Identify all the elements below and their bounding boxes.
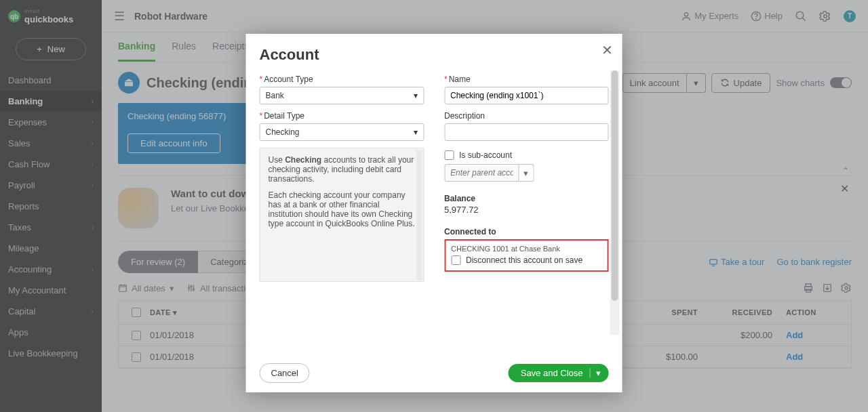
disconnect-checkbox[interactable] xyxy=(451,255,460,265)
account-type-label: Account Type xyxy=(260,75,425,84)
disconnect-label: Disconnect this account on save xyxy=(466,255,583,265)
parent-account-dropdown[interactable]: ▾ xyxy=(519,164,534,182)
connected-account: CHECKING 1001 at Chase Bank xyxy=(451,245,602,253)
account-type-value: Bank xyxy=(266,91,284,100)
chevron-down-icon[interactable]: ▾ xyxy=(590,368,601,378)
connected-to-box: CHECKING 1001 at Chase Bank Disconnect t… xyxy=(444,239,609,272)
connected-to-label: Connected to xyxy=(444,227,609,236)
save-label: Save and Close xyxy=(521,368,583,378)
close-icon[interactable]: ✕ xyxy=(601,42,613,58)
modal-scrollbar[interactable] xyxy=(610,70,620,335)
detail-type-help: Use Checking accounts to track all your … xyxy=(260,148,425,282)
description-input[interactable] xyxy=(444,123,609,141)
account-type-select[interactable]: Bank ▾ xyxy=(260,87,425,104)
cancel-button[interactable]: Cancel xyxy=(260,363,310,383)
detail-type-select[interactable]: Checking ▾ xyxy=(260,123,425,141)
name-label: Name xyxy=(444,75,609,84)
description-label: Description xyxy=(444,111,609,121)
detail-type-value: Checking xyxy=(266,127,300,137)
balance-label: Balance xyxy=(444,194,609,203)
help-scrollbar[interactable] xyxy=(416,150,422,280)
detail-type-label: Detail Type xyxy=(260,111,425,121)
chevron-down-icon: ▾ xyxy=(414,91,418,100)
account-modal: ✕ Account Account Type Bank ▾ Detail Typ… xyxy=(246,34,623,392)
sub-account-checkbox[interactable] xyxy=(444,150,454,160)
balance-value: 5,977.72 xyxy=(444,205,609,215)
chevron-down-icon: ▾ xyxy=(414,127,418,137)
save-close-button[interactable]: Save and Close ▾ xyxy=(509,364,609,382)
sub-account-label: Is sub-account xyxy=(459,150,512,160)
name-input[interactable] xyxy=(444,87,609,104)
modal-title: Account xyxy=(260,46,609,64)
parent-account-input[interactable] xyxy=(444,164,519,182)
